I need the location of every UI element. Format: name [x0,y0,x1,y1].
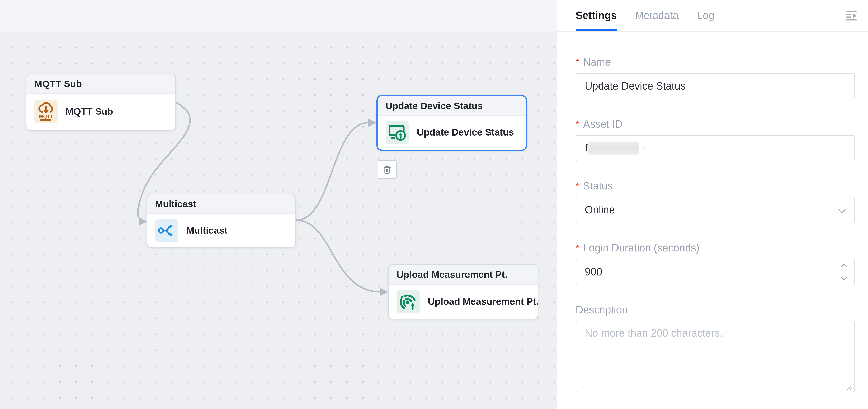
edge-multicast-to-update-device-status[interactable] [296,119,376,220]
node-title: Upload Measurement Pt. [389,265,537,285]
asset-id-redacted-value [588,142,639,154]
increment-button[interactable] [834,259,854,272]
flow-editor: MQTT Sub MQTT MQTT Sub [0,0,868,409]
chevron-down-icon [838,208,846,213]
field-status: * Status Online [576,180,855,223]
field-name: * Name [576,56,855,99]
panel-tabs: Settings Metadata Log [557,0,868,32]
edge-multicast-to-upload-measurement[interactable] [296,220,388,296]
svg-text:MQTT: MQTT [39,114,53,119]
node-label: Multicast [186,225,228,236]
node-label: MQTT Sub [66,106,113,117]
node-mqtt-sub[interactable]: MQTT Sub MQTT MQTT Sub [26,74,176,130]
status-label: Status [583,180,613,193]
status-selected-value: Online [585,204,615,216]
login-duration-stepper [576,259,855,285]
name-label: Name [583,56,611,69]
settings-panel: Settings Metadata Log * [557,0,868,409]
chevron-up-icon [841,264,847,267]
description-textarea[interactable] [576,321,855,392]
node-upload-measurement-pt[interactable]: Upload Measurement Pt. [388,264,538,319]
mqtt-cloud-subscribe-icon: MQTT [34,100,58,123]
asset-id-visible-value: f [585,142,588,154]
node-label: Update Device Status [417,127,514,138]
delete-node-button[interactable] [378,160,397,179]
field-description: Description [576,304,855,395]
field-asset-id: * Asset ID f -: [576,118,855,161]
required-marker: * [576,242,580,255]
login-duration-label: Login Duration (seconds) [583,242,700,255]
flow-canvas[interactable]: MQTT Sub MQTT MQTT Sub [0,0,557,409]
field-login-duration: * Login Duration (seconds) [576,242,855,285]
asset-id-input[interactable]: f -: [576,135,855,161]
login-duration-input[interactable] [576,259,834,285]
tab-log[interactable]: Log [697,0,714,31]
asset-id-label: Asset ID [583,118,623,130]
tab-settings[interactable]: Settings [576,0,617,31]
required-marker: * [576,180,580,193]
measurement-upload-radar-icon [397,290,420,313]
node-title: Update Device Status [378,96,526,116]
settings-form: * Name * Asset ID f -: * S [557,32,868,395]
node-title: Multicast [147,194,296,214]
name-input[interactable] [576,73,855,99]
required-marker: * [576,56,580,69]
status-select[interactable]: Online [576,197,855,223]
node-title: MQTT Sub [26,74,175,94]
trash-icon [382,164,392,175]
chevron-down-icon [841,276,847,280]
description-label: Description [576,304,628,316]
tab-metadata[interactable]: Metadata [635,0,679,31]
required-marker: * [576,118,580,130]
decrement-button[interactable] [834,272,854,285]
multicast-branch-icon [155,219,178,242]
node-label: Upload Measurement Pt. [428,296,538,307]
device-status-monitor-icon [385,121,409,144]
node-update-device-status[interactable]: Update Device Status Update Devic [376,95,527,151]
node-multicast[interactable]: Multicast Multicast [147,194,296,248]
collapse-panel-right-icon[interactable] [845,9,858,23]
asset-id-tail: -: [640,143,646,153]
